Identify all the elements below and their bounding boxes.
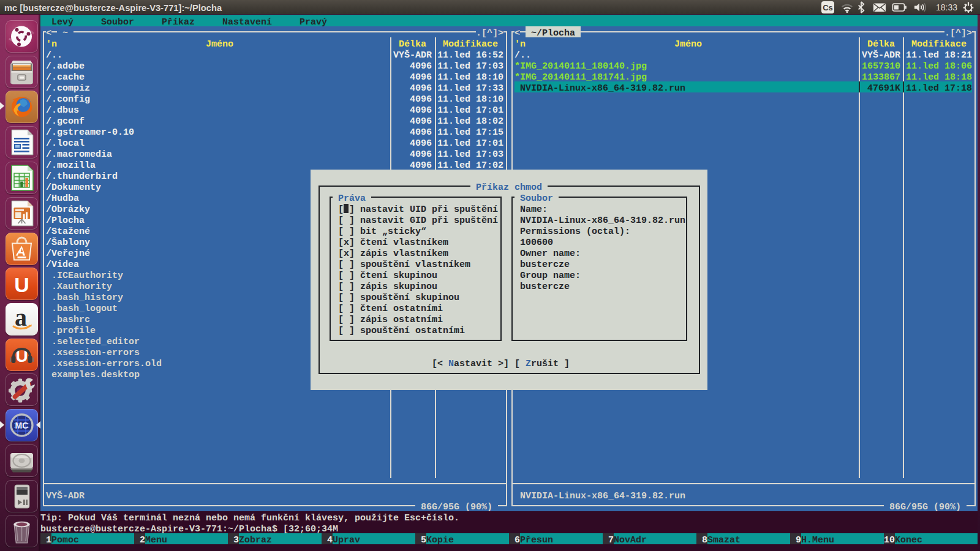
svg-text:U: U bbox=[14, 273, 29, 296]
svg-text:Cs: Cs bbox=[823, 3, 833, 12]
svg-text:MC: MC bbox=[15, 421, 29, 430]
svg-text:18:33: 18:33 bbox=[936, 2, 957, 12]
